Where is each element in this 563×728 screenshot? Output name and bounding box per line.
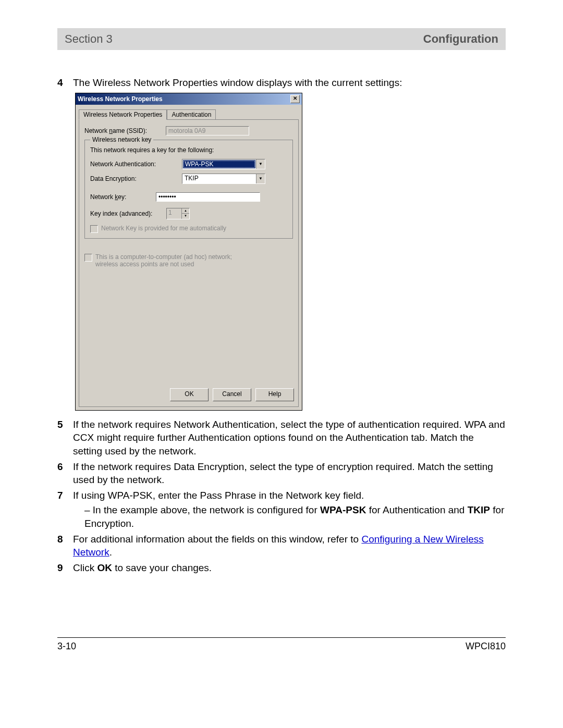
step-9: 9 Click OK to save your changes. [57,561,506,575]
adhoc-checkbox[interactable]: This is a computer-to-computer (ad hoc) … [84,253,293,268]
encryption-label: Data Encryption: [90,175,179,182]
page-footer: 3-10 WPCI810 [57,637,506,652]
step-text: If the network requires Network Authenti… [73,418,506,458]
help-button[interactable]: Help [255,388,294,401]
step-4: 4 The Wireless Network Properties window… [57,76,506,90]
groupbox-legend: Wireless network key [90,136,153,143]
key-index-label: Key index (advanced): [90,210,163,217]
section-label: Section 3 [65,32,113,46]
chevron-down-icon: ▼ [256,174,265,183]
ssid-label: Network name (SSID): [84,127,163,134]
step-text: Click OK to save your changes. [73,561,506,575]
dialog-title: Wireless Network Properties [78,95,163,103]
wireless-key-group: Wireless network key This network requir… [84,140,293,239]
step-text: The Wireless Network Properties window d… [73,76,506,90]
step-number: 7 [57,489,73,530]
step-5: 5 If the network requires Network Authen… [57,418,506,458]
dialog-titlebar: Wireless Network Properties ✕ [76,93,302,105]
auth-label: Network Authentication: [90,161,179,168]
step-text: For additional information about the fie… [73,533,506,559]
step-text: If the network requires Data Encryption,… [73,460,506,487]
page-number: 3-10 [57,641,76,652]
network-key-label: Network key: [90,193,153,201]
step-text: If using WPA-PSK, enter the Pass Phrase … [73,489,506,530]
checkbox-icon [84,254,92,262]
network-authentication-select[interactable]: WPA-PSK ▼ [182,159,265,169]
step-number: 6 [57,460,73,487]
data-encryption-select[interactable]: TKIP ▼ [182,174,265,184]
cancel-button[interactable]: Cancel [213,388,251,401]
page-title: Configuration [423,32,498,46]
auto-key-checkbox[interactable]: Network Key is provided for me automatic… [90,225,287,233]
key-index-stepper[interactable]: 1 ▲▼ [166,208,190,219]
tab-strip: Wireless Network Properties Authenticati… [76,105,302,119]
document-code: WPCI810 [466,641,506,652]
step-number: 9 [57,561,73,575]
step-number: 8 [57,533,73,559]
step-8: 8 For additional information about the f… [57,533,506,559]
group-description: This network requires a key for the foll… [90,146,287,154]
ok-button[interactable]: OK [170,388,209,401]
checkbox-icon [90,225,98,233]
network-key-input[interactable]: •••••••• [156,192,260,202]
close-icon[interactable]: ✕ [290,95,300,103]
tab-wireless-properties[interactable]: Wireless Network Properties [79,109,167,120]
step-number: 5 [57,418,73,458]
dialog-panel: Network name (SSID): motorola 0A9 Wirele… [79,119,299,407]
tab-authentication[interactable]: Authentication [167,109,216,120]
ssid-input[interactable]: motorola 0A9 [166,126,249,135]
step-number: 4 [57,76,73,90]
chevron-down-icon: ▼ [256,159,265,169]
step-7: 7 If using WPA-PSK, enter the Pass Phras… [57,489,506,530]
page-header: Section 3 Configuration [57,28,506,50]
wireless-properties-dialog: Wireless Network Properties ✕ Wireless N… [75,93,302,411]
step-6: 6 If the network requires Data Encryptio… [57,460,506,487]
